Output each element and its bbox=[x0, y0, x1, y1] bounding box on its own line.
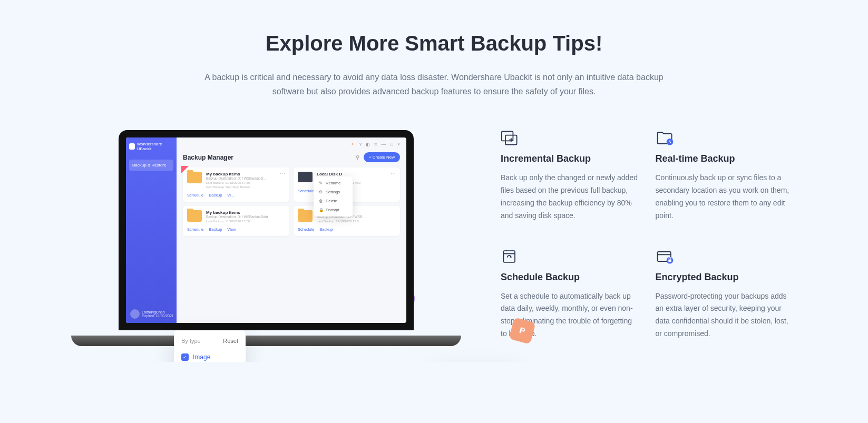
feature-incremental-backup: Incremental BackupBack up only the chang… bbox=[501, 130, 640, 222]
backup-name: My backup items bbox=[206, 172, 285, 176]
backup-card[interactable]: ⋯My backup itemsBackup Destination: D: /… bbox=[183, 206, 289, 236]
svg-rect-5 bbox=[503, 251, 515, 262]
page-subtitle: A backup is critical and necessary to av… bbox=[202, 70, 666, 99]
feature-desc: Continuously back up or sync files to a … bbox=[656, 172, 795, 222]
backup-meta: Last Backup: 11/18/2020 17:50 bbox=[206, 220, 285, 223]
feature-icon bbox=[656, 130, 675, 146]
feature-title: Real-time Backup bbox=[656, 153, 795, 164]
feature-icon bbox=[501, 249, 520, 264]
card-action-view[interactable]: View bbox=[227, 227, 236, 232]
app-sidebar: Wondershare UBackit Backup & Restore Lac… bbox=[126, 137, 177, 323]
more-icon[interactable]: ⋯ bbox=[280, 171, 285, 176]
minimize-icon[interactable]: — bbox=[381, 142, 386, 147]
card-action-schedule[interactable]: Schedule bbox=[187, 193, 203, 198]
filter-reset[interactable]: Reset bbox=[223, 338, 238, 344]
more-icon[interactable]: ⋯ bbox=[280, 209, 285, 215]
sidebar-user[interactable]: LachungChan Expired 12/30/2021 bbox=[130, 309, 174, 319]
page-title: Explore More Smart Backup Tips! bbox=[74, 32, 794, 55]
more-icon[interactable]: ⋯ bbox=[391, 209, 396, 215]
folder-icon bbox=[187, 172, 202, 183]
rename-icon: ✎ bbox=[319, 181, 323, 185]
filter-image[interactable]: ✓Image bbox=[181, 350, 238, 362]
backup-card[interactable]: ⋯My backup itemsBackup Destination: D: /… bbox=[183, 168, 289, 202]
avatar-icon bbox=[130, 309, 140, 319]
menu-icon[interactable]: ≡ bbox=[374, 142, 377, 147]
user-name: LachungChan bbox=[142, 310, 174, 314]
laptop-illustration: ✓ ♪ P Wondershare UBackit Backup & Resto… bbox=[74, 130, 459, 341]
settings-icon: ⚙ bbox=[319, 190, 323, 194]
help-icon[interactable]: ? bbox=[359, 142, 362, 147]
window-controls: ⚬ ? ◐ ≡ — □ × bbox=[350, 142, 400, 147]
headset-icon[interactable]: ◐ bbox=[366, 142, 370, 147]
feature-encrypted-backup: Encrypted BackupPassword-protecting your… bbox=[656, 249, 795, 340]
backup-meta: Next Backup: Non-Stop Backup bbox=[206, 185, 285, 189]
delete-icon: 🗑 bbox=[319, 199, 323, 203]
feature-title: Schedule Backup bbox=[501, 272, 640, 283]
search-icon[interactable]: ⚲ bbox=[356, 154, 359, 160]
backup-name: My backup items bbox=[206, 210, 285, 215]
close-icon[interactable]: × bbox=[397, 142, 400, 147]
card-action-backup[interactable]: Backup bbox=[209, 227, 222, 232]
feature-title: Incremental Backup bbox=[501, 153, 640, 164]
app-brand: Wondershare UBackit bbox=[129, 142, 173, 151]
ctx-rename[interactable]: ✎Rename bbox=[314, 179, 353, 188]
ctx-settings[interactable]: ⚙Settings bbox=[314, 188, 353, 196]
card-action-backup[interactable]: Backup bbox=[209, 193, 222, 198]
folder-icon bbox=[187, 210, 202, 222]
card-action-schedule[interactable]: Schedule bbox=[187, 227, 203, 232]
card-action-vi[interactable]: Vi... bbox=[227, 193, 234, 198]
backup-name: Local Disk D bbox=[317, 172, 396, 176]
context-menu: ✎Rename⚙Settings🗑Delete🔒Encrypt bbox=[314, 176, 353, 217]
sidebar-backup-restore[interactable]: Backup & Restore bbox=[129, 160, 173, 171]
checkbox-icon: ✓ bbox=[181, 353, 189, 361]
brand-icon bbox=[129, 143, 135, 150]
feature-desc: Back up only the changed or newly added … bbox=[501, 172, 640, 222]
manager-title: Backup Manager bbox=[183, 154, 233, 161]
feature-desc: Password-protecting your backups adds an… bbox=[656, 290, 795, 340]
filter-label: Image bbox=[193, 353, 210, 361]
filter-panel: By type Reset ✓Image✓Documents✓PDFsSprea… bbox=[174, 330, 246, 362]
folder-icon bbox=[298, 210, 313, 222]
backup-meta: Last Backup: 11/18/2020 17:50 bbox=[206, 181, 285, 184]
decorative-tile-orange: P bbox=[509, 318, 535, 345]
backup-dest: Backup Destination: D: / WSBackupData bbox=[206, 215, 285, 219]
brand-label: Wondershare UBackit bbox=[137, 142, 173, 151]
create-new-button[interactable]: + Create New bbox=[364, 152, 400, 162]
feature-icon bbox=[656, 249, 675, 264]
card-action-backup[interactable]: Backup bbox=[319, 227, 333, 232]
feature-real-time-backup: Real-time BackupContinuously back up or … bbox=[656, 130, 795, 222]
user-expire: Expired 12/30/2021 bbox=[142, 314, 174, 318]
backup-meta: Last Backup: 11/18/2020 17:5... bbox=[317, 220, 396, 223]
disk-icon bbox=[298, 172, 313, 182]
ctx-encrypt[interactable]: 🔒Encrypt bbox=[314, 205, 353, 214]
svg-rect-9 bbox=[668, 259, 671, 262]
feature-icon bbox=[501, 130, 520, 146]
card-action-schedule[interactable]: Schedule bbox=[298, 189, 314, 193]
maximize-icon[interactable]: □ bbox=[390, 142, 393, 147]
encrypt-icon: 🔒 bbox=[319, 208, 323, 212]
backup-dest: Backup Destination: D: / WSBackupD... bbox=[206, 176, 285, 180]
filter-by-label: By type bbox=[181, 338, 201, 344]
card-action-schedule[interactable]: Schedule bbox=[298, 227, 314, 232]
cart-icon[interactable]: ⚬ bbox=[350, 142, 355, 147]
more-icon[interactable]: ⋯ bbox=[391, 171, 396, 176]
ctx-delete[interactable]: 🗑Delete bbox=[314, 196, 353, 205]
feature-title: Encrypted Backup bbox=[656, 272, 795, 283]
